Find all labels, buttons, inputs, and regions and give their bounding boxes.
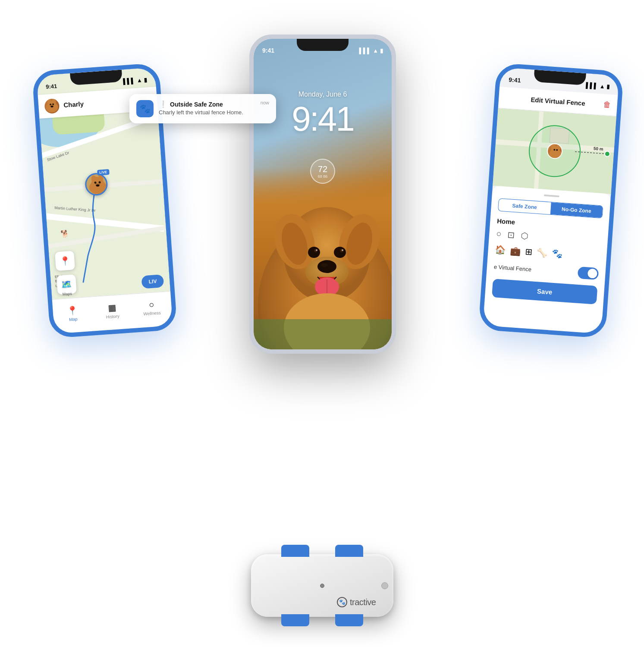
fence-sheet: Safe Zone No-Go Zone Home ○ ⊡ ⬡ xyxy=(483,185,611,333)
path-dog-icon: 🐕 xyxy=(60,229,69,238)
center-phone: 9:41 ▌▌▌ ▲ ▮ Monday, June 6 9:41 72 xyxy=(249,35,396,354)
brand-name: tractive xyxy=(350,597,376,607)
svg-point-22 xyxy=(308,247,320,258)
live-badge: LIVE xyxy=(97,169,110,176)
nav-item-map[interactable]: 📍 Map xyxy=(60,304,87,322)
zone-tabs: Safe Zone No-Go Zone xyxy=(498,198,603,219)
alert-icon: ❕ xyxy=(159,100,167,108)
device-tabs-bottom xyxy=(251,614,393,626)
nav-label-map: Map xyxy=(69,317,78,322)
fence-app: Edit Virtual Fence 🗑 🏠 xyxy=(483,67,619,334)
nav-label-wellness: Wellness xyxy=(143,311,161,317)
briefcase-emoji-icon[interactable]: 💼 xyxy=(510,245,521,257)
tab-no-go-zone[interactable]: No-Go Zone xyxy=(550,202,603,218)
left-status-icons: ▌▌▌ ▲ ▮ xyxy=(123,76,147,85)
notif-body: Charly left the virtual fence Home. xyxy=(159,109,255,116)
paw-emoji-icon[interactable]: 🐾 xyxy=(552,248,563,259)
tab-safe-zone[interactable]: Safe Zone xyxy=(498,199,551,214)
svg-rect-34 xyxy=(254,319,392,349)
device-logo: 🐾 tractive xyxy=(337,597,376,607)
toggle-label: e Virtual Fence xyxy=(493,264,531,273)
save-button[interactable]: Save xyxy=(492,279,597,305)
center-status-time: 9:41 xyxy=(262,47,274,54)
right-status-time: 9:41 xyxy=(509,76,521,84)
weather-temp: 72 xyxy=(318,164,327,174)
bone-emoji-icon[interactable]: 🦴 xyxy=(537,247,548,258)
dog-photo xyxy=(254,168,392,349)
svg-point-23 xyxy=(334,247,346,258)
device-tabs-top xyxy=(251,545,393,557)
pet-name: Charly xyxy=(63,100,84,109)
nav-item-history[interactable]: ▦ History xyxy=(99,302,126,320)
rect-shape-icon[interactable]: ⊡ xyxy=(507,229,515,240)
svg-point-27 xyxy=(342,249,343,251)
device-tab-top-right xyxy=(335,545,363,557)
weather-range: 68 86 xyxy=(318,174,328,179)
notif-app-icon: 🐾 xyxy=(136,100,154,117)
shape-icons-row: ○ ⊡ ⬡ xyxy=(496,229,601,246)
device-camera xyxy=(320,584,324,588)
emoji-icons-row: 🏠 💼 ⊞ 🦴 🐾 xyxy=(495,244,600,262)
center-status-icons: ▌▌▌ ▲ ▮ xyxy=(359,47,383,54)
signal-icon: ▌▌▌ xyxy=(123,77,135,85)
fence-map: 🏠 50 m xyxy=(493,108,616,194)
device-logo-icon: 🐾 xyxy=(337,597,347,607)
battery-icon-center: ▮ xyxy=(380,47,383,54)
map-nav-icon: 📍 xyxy=(67,305,79,316)
pet-location-dot xyxy=(85,172,109,196)
svg-point-30 xyxy=(321,263,328,267)
notif-time: now xyxy=(261,100,269,105)
wifi-icon: ▲ xyxy=(136,77,142,84)
nav-label-history: History xyxy=(106,314,119,319)
home-emoji-icon[interactable]: 🏠 xyxy=(495,244,506,255)
nav-item-wellness[interactable]: ○ Wellness xyxy=(138,299,165,317)
right-phone-inner: 9:41 ▌▌▌ ▲ ▮ Edit Virtual Fence 🗑 xyxy=(483,67,619,334)
fence-distance-label: 50 m xyxy=(593,146,603,152)
battery-icon: ▮ xyxy=(144,76,147,83)
delete-fence-button[interactable]: 🗑 xyxy=(603,100,611,110)
signal-icon-center: ▌▌▌ xyxy=(359,47,371,54)
wifi-icon-right: ▲ xyxy=(599,83,605,90)
map-location-button[interactable]: 📍 xyxy=(55,251,75,271)
road-label-2: Martin Luther King Jr Dr xyxy=(54,206,96,213)
device-body: 🐾 tractive xyxy=(251,554,393,617)
scene: 9:41 ▌▌▌ ▲ ▮ xyxy=(0,0,644,647)
sheet-handle xyxy=(543,195,559,198)
history-nav-icon: ▦ xyxy=(108,302,117,313)
signal-icon-right: ▌▌▌ xyxy=(586,82,598,89)
circle-shape-icon[interactable]: ○ xyxy=(496,229,502,239)
device-button[interactable] xyxy=(381,582,388,589)
center-phone-notch xyxy=(297,39,349,51)
right-status-icons: ▌▌▌ ▲ ▮ xyxy=(586,82,610,90)
right-phone: 9:41 ▌▌▌ ▲ ▮ Edit Virtual Fence 🗑 xyxy=(478,63,624,338)
svg-point-26 xyxy=(316,249,317,251)
notif-title: ❕ Outside Safe Zone xyxy=(159,100,255,108)
live-map-button[interactable]: LIV xyxy=(141,274,164,289)
dog-svg xyxy=(254,168,392,349)
left-status-time: 9:41 xyxy=(46,83,57,90)
device-tab-top-left xyxy=(281,545,309,557)
center-phone-inner: 9:41 ▌▌▌ ▲ ▮ Monday, June 6 9:41 72 xyxy=(254,39,392,349)
toggle-switch[interactable] xyxy=(578,267,599,280)
polygon-shape-icon[interactable]: ⬡ xyxy=(520,230,528,241)
notification-card: 🐾 ❕ Outside Safe Zone Charly left the vi… xyxy=(129,94,276,123)
fence-emoji-icon[interactable]: ⊞ xyxy=(525,246,533,257)
wellness-nav-icon: ○ xyxy=(148,300,154,310)
notif-content: ❕ Outside Safe Zone Charly left the virt… xyxy=(159,100,255,116)
tractive-device: 🐾 tractive xyxy=(251,554,393,617)
pet-avatar-header xyxy=(44,98,60,113)
weather-widget: 72 68 86 xyxy=(310,159,335,184)
toggle-row: e Virtual Fence xyxy=(493,261,599,280)
battery-icon-right: ▮ xyxy=(606,83,610,90)
device-tab-bottom-right xyxy=(335,614,363,626)
device-tab-bottom-left xyxy=(281,614,309,626)
weather-circle: 72 68 86 xyxy=(310,159,335,184)
wifi-icon-center: ▲ xyxy=(373,47,378,54)
fence-title: Edit Virtual Fence xyxy=(531,96,585,107)
lockscreen-background: Monday, June 6 9:41 72 68 86 xyxy=(254,39,392,349)
